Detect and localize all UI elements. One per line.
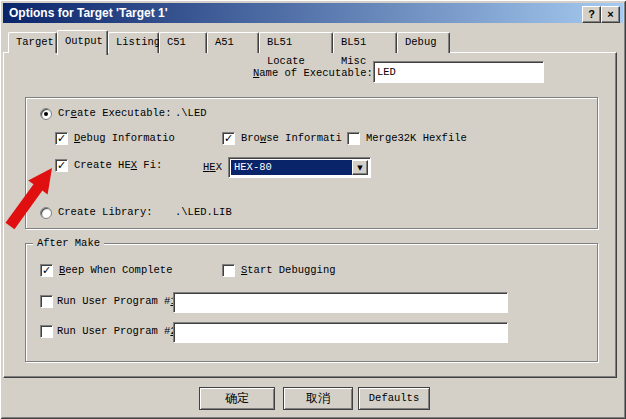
tab-bl51-locate[interactable]: BL51 Locate xyxy=(259,32,333,53)
run-user-program-1-checkbox[interactable] xyxy=(40,295,53,308)
browse-information-label: Browse Informati xyxy=(241,132,342,144)
debug-information-label: Debug Informatio xyxy=(74,132,175,144)
dialog-title: Options for Target 'Target 1' xyxy=(9,6,168,20)
cancel-button[interactable]: 取消 xyxy=(283,387,353,410)
hex-format-value: HEX-80 xyxy=(231,160,352,175)
tab-output[interactable]: Output xyxy=(57,30,108,55)
create-executable-path: .\LED xyxy=(175,107,207,119)
hex-format-dropdown[interactable]: HEX-80 ▼ xyxy=(228,157,371,178)
merge32k-hexfile-label: Merge32K Hexfile xyxy=(366,132,467,144)
options-dialog: Options for Target 'Target 1' ? × Target… xyxy=(0,0,626,419)
annotation-arrow xyxy=(2,158,60,238)
beep-when-complete-checkbox[interactable] xyxy=(40,264,53,277)
debug-information-checkbox[interactable] xyxy=(55,132,68,145)
ok-button[interactable]: 确定 xyxy=(199,387,275,410)
close-icon[interactable]: × xyxy=(601,6,620,23)
create-hex-file-label: Create HEX Fi: xyxy=(74,159,162,171)
tab-c51[interactable]: C51 xyxy=(159,32,207,53)
merge32k-hexfile-checkbox[interactable] xyxy=(347,132,360,145)
tab-listing[interactable]: Listing xyxy=(108,32,159,53)
create-library-label: Create Library: xyxy=(58,206,153,218)
start-debugging-label: Start Debugging xyxy=(241,264,336,276)
chevron-down-icon[interactable]: ▼ xyxy=(352,160,368,175)
tab-bl51-misc[interactable]: BL51 Misc xyxy=(333,32,397,53)
browse-information-checkbox[interactable] xyxy=(222,132,235,145)
hex-format-label: HEX xyxy=(203,161,222,173)
tab-strip: Target Output Listing C51 A51 BL51 Locat… xyxy=(8,30,450,53)
help-icon[interactable]: ? xyxy=(582,6,601,23)
create-executable-radio[interactable] xyxy=(40,108,52,120)
tab-debug[interactable]: Debug xyxy=(397,32,450,53)
run-user-program-1-label: Run User Program #1 xyxy=(57,295,177,307)
titlebar[interactable]: Options for Target 'Target 1' xyxy=(3,3,623,23)
tab-target[interactable]: Target xyxy=(8,32,57,53)
run-user-program-1-input[interactable] xyxy=(173,292,508,313)
tab-a51[interactable]: A51 xyxy=(207,32,259,53)
run-user-program-2-checkbox[interactable] xyxy=(40,325,53,338)
name-of-executable-input[interactable] xyxy=(373,61,544,83)
beep-when-complete-label: Beep When Complete xyxy=(59,264,172,276)
after-make-title: After Make xyxy=(33,237,104,249)
run-user-program-2-input[interactable] xyxy=(173,322,508,343)
create-library-path: .\LED.LIB xyxy=(175,206,232,218)
start-debugging-checkbox[interactable] xyxy=(222,264,235,277)
create-executable-label: Create Executable: xyxy=(58,107,171,119)
defaults-button[interactable]: Defaults xyxy=(358,387,430,410)
run-user-program-2-label: Run User Program #2 xyxy=(57,325,177,337)
